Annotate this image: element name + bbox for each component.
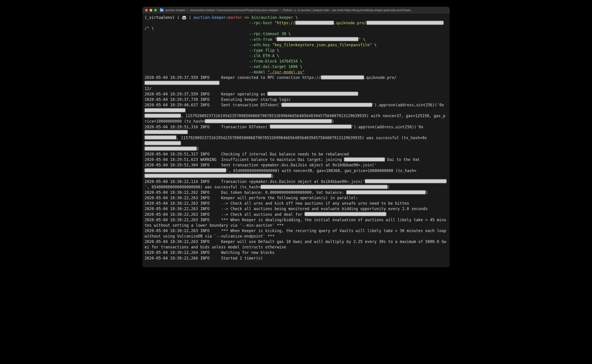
log-line: 2020-05-04 18:29:37,559 INFO Keeper oper… bbox=[145, 92, 267, 96]
redacted bbox=[281, 103, 372, 107]
log-line: 2020-05-04 18:30:22,114 INFO Transaction… bbox=[145, 179, 365, 184]
redacted bbox=[267, 92, 358, 96]
log-line: 2020-05-04 18:30:22,263 INFO --> Check a… bbox=[145, 201, 409, 206]
redacted bbox=[145, 130, 188, 134]
close-icon[interactable] bbox=[145, 9, 148, 12]
redacted bbox=[344, 157, 385, 161]
prompt-arrow: >> bbox=[245, 15, 249, 20]
log-line: 2020-05-04 18:29:51,316 INFO Transaction… bbox=[145, 125, 270, 129]
log-line: 2020-05-04 18:30:22,263 INFO Keeper will… bbox=[145, 239, 446, 249]
terminal-window: auction-keeper — bin/auction-keeper /Use… bbox=[142, 7, 450, 267]
redacted bbox=[145, 108, 185, 112]
log-line: 2020-05-04 18:30:22,263 INFO *** When Ke… bbox=[145, 218, 446, 228]
redacted bbox=[145, 147, 197, 150]
prompt-venv: (_virtualenv) bbox=[145, 15, 175, 20]
flag-ilk: --ilk bbox=[249, 53, 261, 58]
redacted bbox=[145, 141, 181, 145]
flag-model: --model bbox=[249, 70, 265, 74]
maximize-icon[interactable] bbox=[154, 9, 157, 12]
log-line: 2020-05-04 18:29:40,637 INFO Sent transa… bbox=[145, 103, 281, 107]
redacted bbox=[205, 119, 332, 123]
redacted bbox=[145, 81, 219, 85]
redacted bbox=[145, 169, 226, 172]
flag-eth-from: --eth-from bbox=[249, 37, 272, 42]
log-line: 2020-05-04 18:30:22,263 INFO --> Check a… bbox=[145, 207, 428, 211]
flag-eth-key: --eth-key bbox=[249, 43, 270, 47]
window-title: auction-keeper — bin/auction-keeper /Use… bbox=[165, 8, 447, 12]
redacted bbox=[321, 76, 364, 79]
redacted bbox=[346, 190, 426, 194]
prompt-branch: master bbox=[228, 15, 242, 20]
redacted bbox=[270, 125, 351, 129]
minimize-icon[interactable] bbox=[150, 9, 152, 12]
log-line: 2020-05-04 18:29:37,739 INFO Executing k… bbox=[145, 97, 291, 102]
model-path: "./our-model.py" bbox=[267, 70, 305, 74]
log-line: 2020-05-04 18:30:22,263 INFO --> Check a… bbox=[145, 212, 305, 217]
log-line: 2020-05-04 18:30:22,263 INFO *** When Ke… bbox=[145, 228, 449, 238]
traffic-lights bbox=[145, 9, 157, 12]
flag-vat-dai-target: --vat-dai-target bbox=[249, 64, 286, 69]
prompt-emoji: 🐼 bbox=[182, 15, 187, 20]
command: bin/auction-keeper bbox=[252, 15, 293, 20]
titlebar[interactable]: auction-keeper — bin/auction-keeper /Use… bbox=[142, 7, 450, 13]
log-line: 2020-05-04 18:29:51,317 INFO Checking if… bbox=[145, 152, 349, 156]
redacted bbox=[295, 21, 334, 25]
log-line: 2020-05-04 18:29:51,623 WARNING Insuffic… bbox=[145, 157, 344, 162]
redacted bbox=[145, 136, 176, 139]
redacted bbox=[365, 179, 447, 183]
flag-type: --type bbox=[249, 48, 263, 52]
prompt-repo: auction-keeper bbox=[194, 15, 226, 20]
log-line: 2020-05-04 18:30:22,266 INFO Started 1 t… bbox=[145, 256, 263, 260]
flag-rpc-timeout: --rpc-timeout bbox=[249, 32, 279, 36]
redacted bbox=[305, 212, 386, 216]
redacted bbox=[277, 37, 358, 41]
log-line: 2020-05-04 18:30:22,264 INFO Watching fo… bbox=[145, 250, 274, 255]
log-line: 2020-05-04 18:30:22,263 INFO Keeper will… bbox=[145, 195, 358, 200]
redacted bbox=[366, 21, 443, 25]
flag-from-block: --from-block bbox=[249, 59, 277, 64]
log-line: 2020-05-04 18:29:37,559 INFO Keeper conn… bbox=[145, 75, 321, 80]
flag-rpc-host: --rpc-host bbox=[249, 21, 272, 25]
terminal-content[interactable]: (_virtualenv) ( 🐼 ) auction-keeper:maste… bbox=[142, 13, 450, 267]
redacted bbox=[145, 174, 272, 178]
log-line: 2020-05-04 18:30:22,262 INFO Dai token b… bbox=[145, 190, 346, 195]
folder-icon bbox=[160, 9, 163, 12]
log-line: 2020-05-04 18:29:52,304 INFO Sent transa… bbox=[145, 163, 377, 167]
redacted bbox=[145, 114, 181, 118]
redacted bbox=[261, 185, 388, 189]
